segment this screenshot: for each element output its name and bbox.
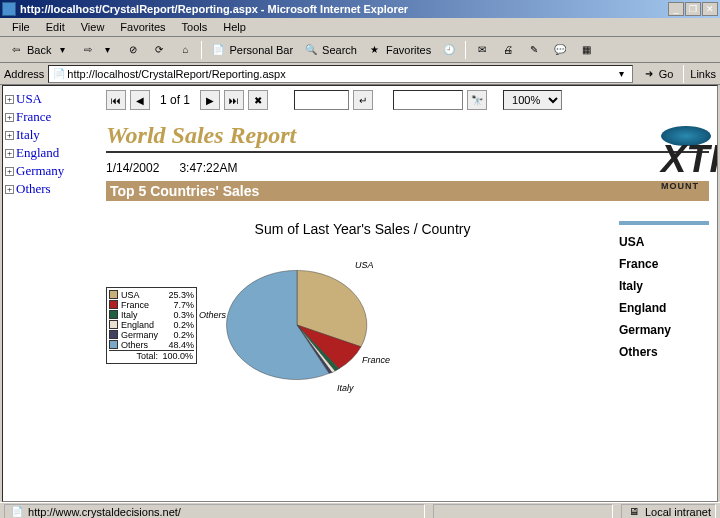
chart-title: Sum of Last Year's Sales / Country bbox=[106, 221, 619, 237]
goto-button[interactable]: ↵ bbox=[353, 90, 373, 110]
page-icon: 📄 bbox=[9, 504, 25, 519]
stop-load-button[interactable]: ✖ bbox=[248, 90, 268, 110]
back-button[interactable]: ⇦Back▾ bbox=[4, 40, 74, 60]
minimize-button[interactable]: _ bbox=[668, 2, 684, 16]
last-page-button[interactable]: ⏭ bbox=[224, 90, 244, 110]
home-icon: ⌂ bbox=[177, 42, 193, 58]
mail-icon: ✉ bbox=[474, 42, 490, 58]
country-item: France bbox=[619, 253, 709, 275]
history-button[interactable]: 🕘 bbox=[437, 40, 461, 60]
maximize-button[interactable]: ❐ bbox=[685, 2, 701, 16]
favorites-button[interactable]: ★Favorites bbox=[363, 40, 435, 60]
go-icon: ➜ bbox=[641, 66, 657, 82]
goto-input[interactable] bbox=[294, 90, 349, 110]
expand-icon[interactable]: + bbox=[5, 185, 14, 194]
report-time: 3:47:22AM bbox=[179, 161, 237, 175]
go-button[interactable]: ➜Go bbox=[637, 64, 678, 84]
legend-swatch bbox=[109, 300, 118, 309]
legend-label: USA bbox=[121, 290, 159, 300]
tree-item[interactable]: +Germany bbox=[5, 162, 96, 180]
legend-row: USA25.3% bbox=[109, 290, 194, 300]
stop-button[interactable]: ⊘ bbox=[121, 40, 145, 60]
links-label[interactable]: Links bbox=[690, 68, 716, 80]
expand-icon[interactable]: + bbox=[5, 149, 14, 158]
extra-button[interactable]: ▦ bbox=[574, 40, 598, 60]
extra-icon: ▦ bbox=[578, 42, 594, 58]
binoculars-icon: 🔭 bbox=[471, 95, 483, 106]
close-button[interactable]: ✕ bbox=[702, 2, 718, 16]
tree-label: USA bbox=[16, 91, 42, 107]
legend-row: France7.7% bbox=[109, 300, 194, 310]
pie-chart: USA France Italy Others bbox=[207, 255, 387, 395]
tree-item[interactable]: +Italy bbox=[5, 126, 96, 144]
legend-pct: 25.3% bbox=[162, 290, 194, 300]
menu-help[interactable]: Help bbox=[215, 19, 254, 35]
forward-button[interactable]: ⇨▾ bbox=[76, 40, 119, 60]
chart-legend: USA25.3%France7.7%Italy0.3%England0.2%Ge… bbox=[106, 287, 197, 364]
find-button[interactable]: 🔭 bbox=[467, 90, 487, 110]
refresh-icon: ⟳ bbox=[151, 42, 167, 58]
separator bbox=[465, 41, 466, 59]
address-input[interactable] bbox=[67, 68, 613, 80]
personal-bar-button[interactable]: 📄Personal Bar bbox=[206, 40, 297, 60]
legend-pct: 7.7% bbox=[162, 300, 194, 310]
refresh-button[interactable]: ⟳ bbox=[147, 40, 171, 60]
address-input-wrap[interactable]: 📄 ▾ bbox=[48, 65, 632, 83]
tree-item[interactable]: +France bbox=[5, 108, 96, 126]
first-page-button[interactable]: ⏮ bbox=[106, 90, 126, 110]
menu-edit[interactable]: Edit bbox=[38, 19, 73, 35]
mail-button[interactable]: ✉ bbox=[470, 40, 494, 60]
history-icon: 🕘 bbox=[441, 42, 457, 58]
legend-row: Italy0.3% bbox=[109, 310, 194, 320]
back-icon: ⇦ bbox=[8, 42, 24, 58]
country-item: Others bbox=[619, 341, 709, 363]
dropdown-icon: ▾ bbox=[54, 42, 70, 58]
print-button[interactable]: 🖨 bbox=[496, 40, 520, 60]
search-button[interactable]: 🔍Search bbox=[299, 40, 361, 60]
legend-swatch bbox=[109, 340, 118, 349]
window-title: http://localhost/CrystalReport/Reporting… bbox=[20, 3, 668, 15]
dropdown-icon[interactable]: ▾ bbox=[614, 66, 630, 82]
prev-page-button[interactable]: ◀ bbox=[130, 90, 150, 110]
personal-icon: 📄 bbox=[210, 42, 226, 58]
status-bar: 📄 http://www.crystaldecisions.net/ 🖥 Loc… bbox=[0, 502, 720, 518]
search-icon: 🔍 bbox=[303, 42, 319, 58]
country-list: USAFranceItalyEnglandGermanyOthers bbox=[619, 221, 709, 395]
expand-icon[interactable]: + bbox=[5, 167, 14, 176]
menu-bar: File Edit View Favorites Tools Help bbox=[0, 18, 720, 37]
expand-icon[interactable]: + bbox=[5, 131, 14, 140]
legend-swatch bbox=[109, 320, 118, 329]
ie-icon bbox=[2, 2, 16, 16]
home-button[interactable]: ⌂ bbox=[173, 40, 197, 60]
page-icon: 📄 bbox=[51, 66, 67, 82]
tree-item[interactable]: +USA bbox=[5, 90, 96, 108]
status-progress bbox=[433, 504, 613, 519]
zone-icon: 🖥 bbox=[626, 504, 642, 519]
legend-pct: 0.2% bbox=[162, 330, 194, 340]
tree-label: France bbox=[16, 109, 51, 125]
tree-label: Italy bbox=[16, 127, 40, 143]
country-item: Italy bbox=[619, 275, 709, 297]
tree-item[interactable]: +England bbox=[5, 144, 96, 162]
menu-favorites[interactable]: Favorites bbox=[112, 19, 173, 35]
expand-icon[interactable]: + bbox=[5, 95, 14, 104]
legend-pct: 0.2% bbox=[162, 320, 194, 330]
edit-button[interactable]: ✎ bbox=[522, 40, 546, 60]
discuss-button[interactable]: 💬 bbox=[548, 40, 572, 60]
menu-tools[interactable]: Tools bbox=[174, 19, 216, 35]
tree-label: Others bbox=[16, 181, 51, 197]
legend-label: Italy bbox=[121, 310, 159, 320]
menu-file[interactable]: File bbox=[4, 19, 38, 35]
legend-total: Total:100.0% bbox=[109, 350, 194, 361]
country-item: England bbox=[619, 297, 709, 319]
edit-icon: ✎ bbox=[526, 42, 542, 58]
expand-icon[interactable]: + bbox=[5, 113, 14, 122]
report-toolbar: ⏮ ◀ 1 of 1 ▶ ⏭ ✖ ↵ 🔭 100% bbox=[106, 90, 709, 110]
find-input[interactable] bbox=[393, 90, 463, 110]
tree-panel: +USA+France+Italy+England+Germany+Others bbox=[3, 86, 98, 501]
next-page-button[interactable]: ▶ bbox=[200, 90, 220, 110]
tree-item[interactable]: +Others bbox=[5, 180, 96, 198]
legend-pct: 48.4% bbox=[162, 340, 194, 350]
menu-view[interactable]: View bbox=[73, 19, 113, 35]
zoom-select[interactable]: 100% bbox=[503, 90, 562, 110]
